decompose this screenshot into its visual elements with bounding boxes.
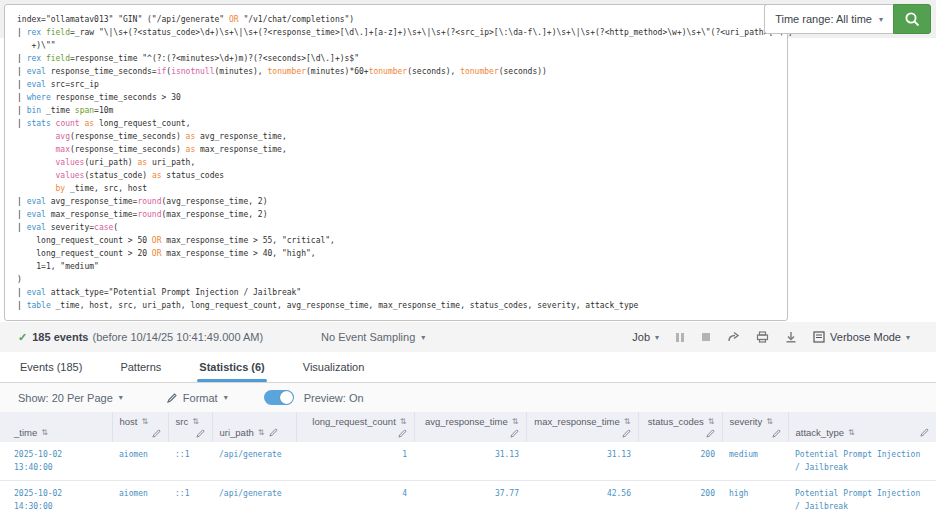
query-line: by _time, src, host: [17, 182, 775, 195]
query-line: +)\"": [17, 39, 775, 52]
job-status-bar: ✓ 185 events (before 10/14/25 10:41:49.0…: [0, 322, 936, 352]
cell-avg_response_time[interactable]: 37.77: [414, 481, 526, 510]
cell-max_response_time[interactable]: 42.56: [526, 481, 638, 510]
export-button[interactable]: [785, 331, 797, 343]
col-header-max_response_time[interactable]: max_response_time⇅: [526, 412, 638, 442]
table-row: 2025-10-02 14:30:00aiomen::1/api/generat…: [0, 481, 936, 510]
cell-_time[interactable]: 2025-10-02 14:30:00: [0, 481, 112, 510]
cell-src[interactable]: ::1: [168, 481, 212, 510]
print-button[interactable]: [756, 331, 769, 343]
query-line: | bin _time span=10m: [17, 104, 775, 117]
statistics-toolbar: Show: 20 Per Page ▾ Format ▾ Preview: On: [0, 383, 936, 412]
per-page-label: Show: 20 Per Page: [18, 392, 113, 404]
cell-uri_path[interactable]: /api/generate: [212, 442, 296, 481]
tab-patterns[interactable]: Patterns: [118, 352, 163, 382]
col-header-attack_type[interactable]: attack_type⇅: [788, 412, 936, 442]
cell-severity[interactable]: high: [722, 481, 788, 510]
magnifier-icon: [904, 11, 921, 28]
download-icon: [785, 331, 797, 343]
cell-attack_type[interactable]: Potential Prompt Injection / Jailbreak: [788, 481, 936, 510]
cell-long_request_count[interactable]: 4: [296, 481, 414, 510]
cell-src[interactable]: ::1: [168, 442, 212, 481]
cell-uri_path[interactable]: /api/generate: [212, 481, 296, 510]
query-line: long_request_count > 20 OR max_response_…: [17, 247, 775, 260]
query-line: index="ollamatav013" "GIN" ("/api/genera…: [17, 13, 775, 26]
pencil-icon: [706, 429, 715, 438]
statistics-table: _time⇅host⇅src⇅uri_path⇅long_request_cou…: [0, 412, 936, 510]
preview-label: Preview: On: [304, 392, 364, 404]
pause-icon: [675, 332, 685, 343]
stop-job-button[interactable]: [701, 332, 711, 342]
tab-events[interactable]: Events (185): [18, 352, 84, 382]
col-header-avg_response_time[interactable]: avg_response_time⇅: [414, 412, 526, 442]
pencil-icon: [510, 429, 519, 438]
caret-down-icon: ▾: [906, 333, 910, 342]
cell-status_codes[interactable]: 200: [638, 442, 722, 481]
format-dropdown[interactable]: Format ▾: [167, 392, 228, 404]
job-menu[interactable]: Job ▾: [632, 331, 659, 343]
caret-down-icon: ▾: [224, 393, 228, 402]
query-line: max(response_time_seconds) as max_respon…: [17, 143, 775, 156]
pencil-icon: [398, 429, 407, 438]
col-header-status_codes[interactable]: status_codes⇅: [638, 412, 722, 442]
sort-icon: ⇅: [624, 417, 631, 426]
cell-status_codes[interactable]: 200: [638, 481, 722, 510]
query-line: | eval attack_type="Potential Prompt Inj…: [17, 286, 775, 299]
pencil-icon: [167, 393, 177, 403]
sort-icon: ⇅: [400, 417, 407, 426]
query-line: | eval response_time_seconds=if(isnotnul…: [17, 65, 775, 78]
tab-visualization[interactable]: Visualization: [301, 352, 367, 382]
cell-long_request_count[interactable]: 1: [296, 442, 414, 481]
query-line: | table _time, host, src, uri_path, long…: [17, 299, 775, 312]
col-header-_time[interactable]: _time⇅: [0, 412, 112, 442]
cell-avg_response_time[interactable]: 31.13: [414, 442, 526, 481]
cell-host[interactable]: aiomen: [112, 442, 168, 481]
col-header-host[interactable]: host⇅: [112, 412, 168, 442]
pause-job-button[interactable]: [675, 332, 685, 343]
event-sampling-dropdown[interactable]: No Event Sampling ▾: [321, 331, 425, 343]
query-line: avg(response_time_seconds) as avg_respon…: [17, 130, 775, 143]
time-range-label: Time range: All time: [775, 13, 872, 25]
sort-icon: ⇅: [41, 428, 48, 437]
time-range-picker[interactable]: Time range: All time ▾: [764, 4, 893, 34]
col-header-severity[interactable]: severity⇅: [722, 412, 788, 442]
pencil-icon: [196, 429, 205, 438]
search-query-editor[interactable]: index="ollamatav013" "GIN" ("/api/genera…: [4, 4, 788, 321]
tab-statistics[interactable]: Statistics (6): [197, 352, 266, 382]
stop-icon: [701, 332, 711, 342]
event-sampling-label: No Event Sampling: [321, 331, 415, 343]
cell-host[interactable]: aiomen: [112, 481, 168, 510]
results-tabs: Events (185)PatternsStatistics (6)Visual…: [0, 352, 936, 383]
sort-icon: ⇅: [141, 417, 148, 426]
pencil-icon: [269, 428, 278, 437]
search-mode-label: Verbose Mode: [830, 331, 901, 343]
per-page-dropdown[interactable]: Show: 20 Per Page ▾: [18, 392, 123, 404]
caret-down-icon: ▾: [421, 333, 425, 342]
col-header-src[interactable]: src⇅: [168, 412, 212, 442]
pencil-icon: [920, 428, 929, 437]
table-header-row: _time⇅host⇅src⇅uri_path⇅long_request_cou…: [0, 412, 936, 442]
col-header-uri_path[interactable]: uri_path⇅: [212, 412, 296, 442]
col-label: max_response_time: [534, 416, 620, 427]
event-count-detail: (before 10/14/25 10:41:49.000 AM): [92, 331, 263, 343]
query-line: | rex field=response_time "^(?:(?<minute…: [17, 52, 775, 65]
cell-severity[interactable]: medium: [722, 442, 788, 481]
sort-icon: ⇅: [848, 428, 855, 437]
sort-icon: ⇅: [258, 428, 265, 437]
col-header-long_request_count[interactable]: long_request_count⇅: [296, 412, 414, 442]
share-icon: [727, 331, 740, 343]
search-query-text: index="ollamatav013" "GIN" ("/api/genera…: [17, 13, 775, 312]
share-job-button[interactable]: [727, 331, 740, 343]
search-button[interactable]: [893, 4, 931, 34]
pencil-icon: [622, 429, 631, 438]
query-line: | stats count as long_request_count,: [17, 117, 775, 130]
cell-attack_type[interactable]: Potential Prompt Injection / Jailbreak: [788, 442, 936, 481]
query-line: | eval max_response_time=round(max_respo…: [17, 208, 775, 221]
query-line: | where response_time_seconds > 30: [17, 91, 775, 104]
cell-max_response_time[interactable]: 31.13: [526, 442, 638, 481]
preview-toggle[interactable]: [264, 390, 294, 405]
col-label: host: [120, 416, 138, 427]
search-mode-selector[interactable]: Verbose Mode ▾: [813, 331, 910, 343]
cell-_time[interactable]: 2025-10-02 13:40:00: [0, 442, 112, 481]
print-icon: [756, 331, 769, 343]
